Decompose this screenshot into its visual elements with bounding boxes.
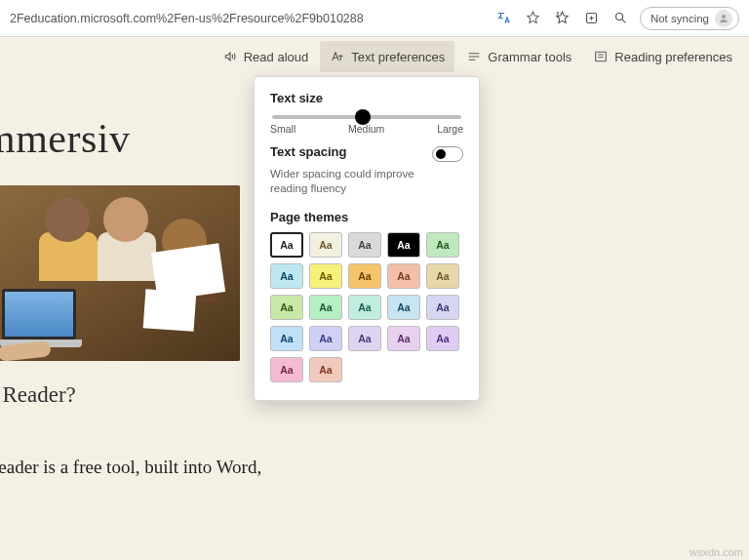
theme-swatch[interactable]: Aa bbox=[387, 232, 420, 258]
favorites-icon[interactable] bbox=[552, 8, 573, 29]
svg-point-2 bbox=[722, 15, 726, 19]
theme-swatch[interactable]: Aa bbox=[309, 326, 342, 351]
sync-label: Not syncing bbox=[650, 13, 709, 24]
svg-rect-3 bbox=[596, 52, 607, 60]
slider-min-label: Small bbox=[270, 123, 296, 135]
star-outline-icon[interactable] bbox=[523, 8, 544, 29]
toggle-knob bbox=[436, 149, 446, 159]
slider-max-label: Large bbox=[437, 123, 463, 135]
page-body-text: mmersive Reader is a free tool, built in… bbox=[0, 457, 749, 478]
theme-swatch[interactable]: Aa bbox=[270, 357, 303, 382]
translate-icon[interactable] bbox=[493, 8, 515, 29]
reading-preferences-button[interactable]: Reading preferences bbox=[583, 41, 742, 72]
text-preferences-label: Text preferences bbox=[351, 50, 445, 64]
theme-swatch[interactable]: Aa bbox=[426, 263, 459, 289]
browser-address-bar: 2Feducation.microsoft.com%2Fen-us%2Freso… bbox=[0, 0, 749, 37]
theme-swatch[interactable]: Aa bbox=[270, 295, 303, 320]
text-size-heading: Text size bbox=[270, 91, 463, 105]
text-size-slider-thumb[interactable] bbox=[355, 109, 371, 125]
avatar-icon bbox=[715, 10, 732, 27]
theme-swatch[interactable]: Aa bbox=[387, 295, 420, 320]
immersive-reader-toolbar: Read aloud Text preferences Grammar tool… bbox=[0, 37, 749, 76]
reading-preferences-label: Reading preferences bbox=[614, 50, 732, 64]
watermark-text: wsxdn.com bbox=[690, 546, 743, 558]
page-themes-grid: AaAaAaAaAaAaAaAaAaAaAaAaAaAaAaAaAaAaAaAa… bbox=[270, 232, 463, 382]
theme-swatch[interactable]: Aa bbox=[309, 232, 342, 258]
theme-swatch[interactable]: Aa bbox=[348, 263, 381, 289]
slider-mid-label: Medium bbox=[348, 123, 384, 135]
theme-swatch[interactable]: Aa bbox=[348, 295, 381, 320]
profile-sync-button[interactable]: Not syncing bbox=[640, 7, 739, 30]
article-hero-image bbox=[0, 185, 240, 361]
theme-swatch[interactable]: Aa bbox=[309, 357, 342, 382]
page-themes-heading: Page themes bbox=[270, 210, 463, 224]
theme-swatch[interactable]: Aa bbox=[426, 326, 459, 351]
grammar-tools-button[interactable]: Grammar tools bbox=[456, 41, 581, 72]
text-spacing-description: Wider spacing could improve reading flue… bbox=[270, 167, 422, 196]
read-aloud-label: Read aloud bbox=[244, 50, 309, 64]
theme-swatch[interactable]: Aa bbox=[309, 263, 342, 289]
svg-point-1 bbox=[616, 14, 623, 20]
theme-swatch[interactable]: Aa bbox=[387, 326, 420, 351]
text-size-slider[interactable] bbox=[272, 115, 461, 119]
theme-swatch[interactable]: Aa bbox=[426, 232, 459, 258]
theme-swatch[interactable]: Aa bbox=[270, 232, 303, 258]
feedback-icon[interactable] bbox=[611, 8, 632, 29]
theme-swatch[interactable]: Aa bbox=[426, 295, 459, 320]
theme-swatch[interactable]: Aa bbox=[270, 263, 303, 289]
text-preferences-button[interactable]: Text preferences bbox=[320, 41, 454, 72]
collections-icon[interactable] bbox=[581, 8, 603, 29]
theme-swatch[interactable]: Aa bbox=[387, 263, 420, 289]
theme-swatch[interactable]: Aa bbox=[309, 295, 342, 320]
url-text: 2Feducation.microsoft.com%2Fen-us%2Freso… bbox=[10, 12, 364, 25]
text-spacing-heading: Text spacing bbox=[270, 144, 422, 159]
theme-swatch[interactable]: Aa bbox=[270, 326, 303, 351]
text-preferences-panel: Text size Small Medium Large Text spacin… bbox=[254, 76, 480, 401]
theme-swatch[interactable]: Aa bbox=[348, 232, 381, 258]
text-spacing-toggle[interactable] bbox=[432, 146, 463, 162]
read-aloud-button[interactable]: Read aloud bbox=[213, 41, 319, 72]
theme-swatch[interactable]: Aa bbox=[348, 326, 381, 351]
grammar-tools-label: Grammar tools bbox=[488, 50, 572, 64]
